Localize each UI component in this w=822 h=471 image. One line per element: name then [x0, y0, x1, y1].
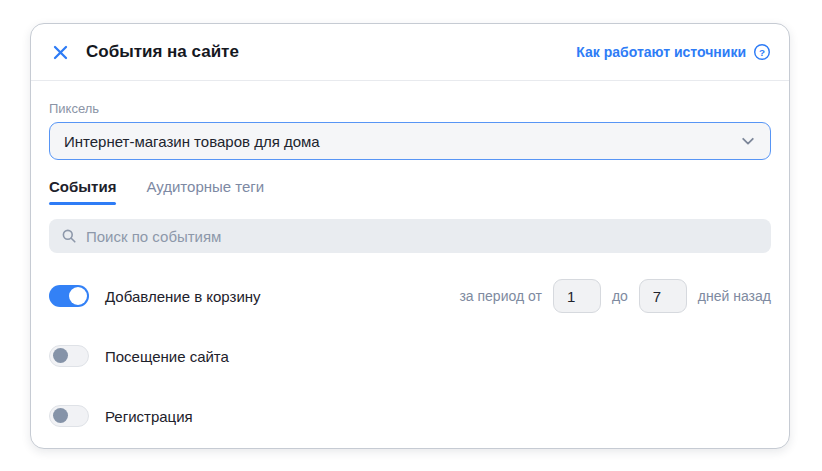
site-events-dialog: События на сайте Как работают источники …	[30, 23, 790, 449]
tab-audience-tags[interactable]: Аудиторные теги	[146, 178, 264, 205]
question-circle-icon: ?	[753, 43, 771, 61]
period-middle-label: до	[612, 288, 628, 304]
event-label: Добавление в корзину	[105, 288, 261, 305]
toggle-registration[interactable]	[49, 405, 89, 427]
event-label: Регистрация	[105, 408, 193, 425]
event-row-site-visit: Посещение сайта	[49, 339, 771, 373]
search-bar	[49, 219, 771, 253]
tab-events-label: События	[49, 178, 116, 195]
toggle-add-to-cart[interactable]	[49, 285, 89, 307]
pixel-select-value: Интернет-магазин товаров для дома	[64, 133, 740, 150]
svg-text:?: ?	[759, 47, 765, 58]
event-label: Посещение сайта	[105, 348, 229, 365]
search-input[interactable]	[86, 228, 759, 245]
close-icon	[51, 43, 70, 62]
close-button[interactable]	[49, 41, 71, 63]
search-icon	[61, 228, 77, 244]
event-row-add-to-cart: Добавление в корзину за период от до дне…	[49, 279, 771, 313]
pixel-label: Пиксель	[49, 101, 771, 116]
help-link-label: Как работают источники	[576, 44, 746, 60]
period-prefix-label: за период от	[459, 288, 542, 304]
toggle-site-visit[interactable]	[49, 345, 89, 367]
tab-audience-tags-label: Аудиторные теги	[146, 178, 264, 195]
period-suffix-label: дней назад	[698, 288, 771, 304]
dialog-body: Пиксель Интернет-магазин товаров для дом…	[31, 101, 789, 447]
tab-events[interactable]: События	[49, 178, 116, 205]
toggle-knob	[53, 348, 68, 363]
pixel-select[interactable]: Интернет-магазин товаров для дома	[49, 122, 771, 160]
toggle-knob	[69, 287, 87, 305]
period-to-input[interactable]	[639, 279, 687, 313]
tabs: События Аудиторные теги	[49, 178, 771, 205]
dialog-header: События на сайте Как работают источники …	[31, 24, 789, 81]
chevron-down-icon	[740, 133, 756, 149]
dialog-title: События на сайте	[86, 42, 239, 62]
period-from-input[interactable]	[553, 279, 601, 313]
toggle-knob	[53, 408, 68, 423]
event-row-registration: Регистрация	[49, 399, 771, 433]
help-link[interactable]: Как работают источники ?	[576, 43, 771, 61]
period-controls: за период от до дней назад	[459, 279, 771, 313]
